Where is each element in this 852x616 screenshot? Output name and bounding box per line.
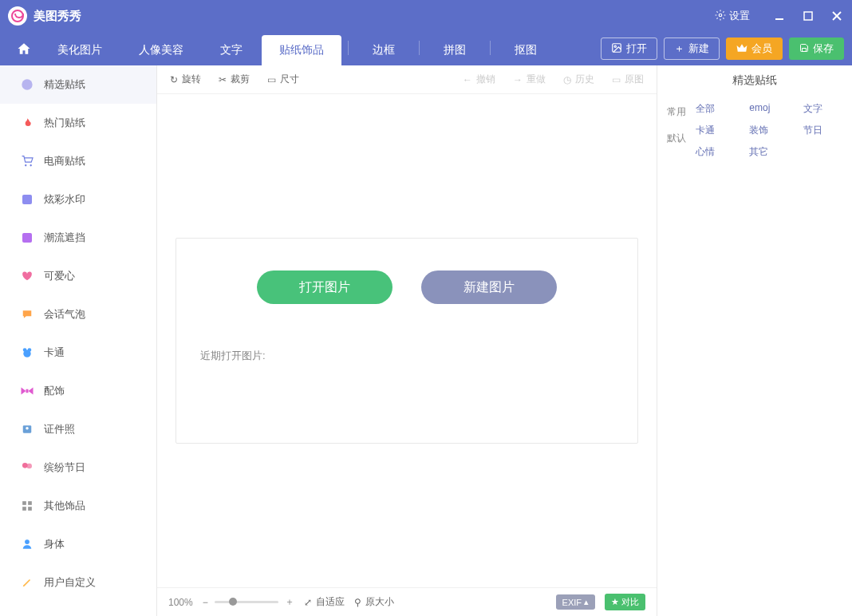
new-button[interactable]: ＋新建 bbox=[664, 38, 720, 60]
open-image-button[interactable]: 打开图片 bbox=[257, 270, 392, 304]
rp-category-6[interactable]: 心情 bbox=[696, 145, 735, 159]
compare-chip[interactable]: ★对比 bbox=[605, 594, 645, 610]
sidebar-item-4[interactable]: 潮流遮挡 bbox=[0, 219, 156, 257]
open-button[interactable]: 打开 bbox=[601, 38, 657, 60]
heart-icon bbox=[20, 269, 34, 283]
orig-size-button[interactable]: ⚲原大小 bbox=[354, 595, 394, 609]
svg-rect-23 bbox=[28, 507, 32, 511]
tab-2[interactable]: 文字 bbox=[203, 35, 260, 65]
rp-category-1[interactable]: emoj bbox=[749, 102, 788, 116]
minimize-button[interactable] bbox=[772, 9, 787, 23]
tab-5[interactable]: 拼图 bbox=[426, 35, 483, 65]
slash-icon bbox=[20, 231, 34, 245]
svg-point-17 bbox=[26, 427, 29, 430]
fit-button[interactable]: ⤢自适应 bbox=[304, 595, 345, 609]
sidebar-item-3[interactable]: 炫彩水印 bbox=[0, 180, 156, 219]
sidebar-item-12[interactable]: 身体 bbox=[0, 525, 156, 563]
canvas-toolbar: ↻旋转 ✂裁剪 ▭尺寸 ←撤销 →重做 ◷历史 ▭原图 bbox=[157, 65, 657, 94]
rp-category-0[interactable]: 全部 bbox=[696, 102, 735, 116]
sidebar-item-label: 会话气泡 bbox=[44, 307, 85, 322]
vip-button[interactable]: 会员 bbox=[726, 38, 783, 60]
sidebar-item-5[interactable]: 可爱心 bbox=[0, 257, 156, 295]
app-title: 美图秀秀 bbox=[34, 9, 715, 24]
sidebar-item-label: 身体 bbox=[44, 537, 65, 551]
image-icon bbox=[611, 42, 622, 56]
rotate-tool[interactable]: ↻旋转 bbox=[170, 73, 201, 86]
star-icon: ★ bbox=[611, 597, 619, 607]
sidebar-item-2[interactable]: 电商贴纸 bbox=[0, 142, 156, 180]
rp-category-5[interactable]: 节日 bbox=[803, 124, 842, 137]
sidebar-item-label: 潮流遮挡 bbox=[44, 231, 85, 245]
open-panel: 打开图片 新建图片 近期打开图片: bbox=[176, 238, 638, 444]
zoom-slider[interactable]: − ＋ bbox=[203, 595, 294, 609]
rotate-icon: ↻ bbox=[170, 74, 178, 85]
zoom-in-icon[interactable]: ＋ bbox=[285, 595, 294, 609]
original-icon: ▭ bbox=[612, 74, 621, 85]
rp-category-3[interactable]: 卡通 bbox=[696, 124, 735, 137]
settings-button[interactable]: 设置 bbox=[715, 9, 750, 23]
rp-category-2[interactable]: 文字 bbox=[803, 102, 842, 116]
close-button[interactable] bbox=[830, 9, 844, 23]
size-tool[interactable]: ▭尺寸 bbox=[267, 73, 299, 86]
sidebar-item-13[interactable]: 用户自定义 bbox=[0, 563, 156, 602]
redo-icon: → bbox=[513, 74, 523, 85]
rp-side-tab-1[interactable]: 默认 bbox=[667, 132, 686, 145]
sidebar-item-label: 用户自定义 bbox=[44, 575, 96, 590]
sidebar-item-1[interactable]: 热门贴纸 bbox=[0, 104, 156, 142]
save-button[interactable]: 保存 bbox=[789, 38, 844, 60]
rp-category-7[interactable]: 其它 bbox=[749, 145, 788, 159]
sidebar-item-label: 炫彩水印 bbox=[44, 192, 85, 207]
sidebar-item-6[interactable]: 会话气泡 bbox=[0, 295, 156, 334]
undo-icon: ← bbox=[463, 74, 472, 85]
svg-point-8 bbox=[26, 165, 26, 166]
flame-icon bbox=[20, 116, 34, 130]
maximize-button[interactable] bbox=[801, 9, 815, 23]
svg-rect-10 bbox=[22, 195, 32, 204]
grid-icon bbox=[20, 499, 34, 513]
sidebar-item-label: 精选贴纸 bbox=[44, 77, 85, 92]
svg-rect-11 bbox=[22, 233, 32, 243]
rp-side-tab-0[interactable]: 常用 bbox=[667, 105, 686, 119]
sidebar-item-0[interactable]: 精选贴纸 bbox=[0, 65, 156, 104]
app-logo bbox=[8, 6, 27, 26]
original-tool[interactable]: ▭原图 bbox=[612, 73, 644, 86]
redo-tool[interactable]: →重做 bbox=[513, 73, 546, 86]
clock-icon: ◷ bbox=[563, 74, 571, 85]
sidebar-item-label: 其他饰品 bbox=[44, 499, 85, 513]
settings-label: 设置 bbox=[729, 9, 750, 23]
id-icon bbox=[20, 422, 34, 436]
crop-tool[interactable]: ✂裁剪 bbox=[219, 73, 250, 86]
recent-label: 近期打开图片: bbox=[200, 349, 613, 363]
gear-icon bbox=[715, 10, 726, 23]
sidebar-item-8[interactable]: 配饰 bbox=[0, 372, 156, 410]
tab-3[interactable]: 贴纸饰品 bbox=[262, 35, 341, 65]
sidebar-item-label: 证件照 bbox=[44, 422, 75, 436]
zoom-percent: 100% bbox=[168, 597, 193, 608]
svg-rect-2 bbox=[804, 12, 812, 20]
zoom-out-icon[interactable]: − bbox=[203, 597, 208, 608]
new-image-button[interactable]: 新建图片 bbox=[421, 270, 557, 304]
tab-1[interactable]: 人像美容 bbox=[121, 35, 201, 65]
sidebar-item-11[interactable]: 其他饰品 bbox=[0, 487, 156, 525]
cart-icon bbox=[20, 154, 34, 168]
tab-0[interactable]: 美化图片 bbox=[40, 35, 120, 65]
person-icon bbox=[20, 537, 34, 551]
exif-chip[interactable]: EXIF ▴ bbox=[556, 594, 595, 610]
sidebar-item-9[interactable]: 证件照 bbox=[0, 410, 156, 448]
svg-point-0 bbox=[719, 14, 722, 17]
size-icon: ▭ bbox=[267, 74, 276, 85]
tab-6[interactable]: 抠图 bbox=[497, 35, 554, 65]
home-button[interactable] bbox=[8, 32, 40, 65]
rp-category-4[interactable]: 装饰 bbox=[749, 124, 788, 137]
svg-point-7 bbox=[22, 79, 32, 89]
history-tool[interactable]: ◷历史 bbox=[563, 73, 594, 86]
balloon-icon bbox=[20, 460, 34, 475]
undo-tool[interactable]: ←撤销 bbox=[463, 73, 495, 86]
sidebar-item-7[interactable]: 卡通 bbox=[0, 334, 156, 372]
plus-icon: ＋ bbox=[674, 41, 684, 56]
bear-icon bbox=[20, 346, 34, 360]
sidebar-item-label: 热门贴纸 bbox=[44, 116, 85, 130]
tab-4[interactable]: 边框 bbox=[355, 35, 412, 65]
svg-rect-22 bbox=[22, 507, 26, 511]
sidebar-item-10[interactable]: 缤纷节日 bbox=[0, 448, 156, 487]
